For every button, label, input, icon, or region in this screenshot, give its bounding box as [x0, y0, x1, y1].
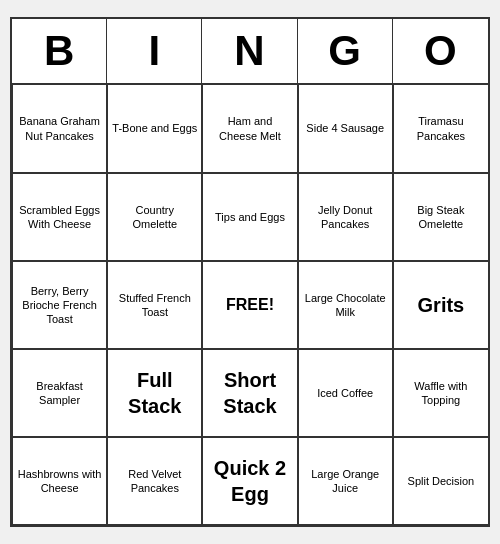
bingo-cell-9: Big Steak Omelette	[393, 173, 488, 261]
bingo-cell-4: Tiramasu Pancakes	[393, 85, 488, 173]
bingo-cell-16: Full Stack	[107, 349, 202, 437]
bingo-cell-10: Berry, Berry Brioche French Toast	[12, 261, 107, 349]
bingo-letter-i: I	[107, 19, 202, 83]
bingo-cell-12: FREE!	[202, 261, 297, 349]
bingo-letter-g: G	[298, 19, 393, 83]
bingo-grid: Banana Graham Nut PancakesT-Bone and Egg…	[12, 85, 488, 525]
bingo-cell-1: T-Bone and Eggs	[107, 85, 202, 173]
bingo-cell-13: Large Chocolate Milk	[298, 261, 393, 349]
bingo-cell-11: Stuffed French Toast	[107, 261, 202, 349]
bingo-cell-15: Breakfast Sampler	[12, 349, 107, 437]
bingo-header: BINGO	[12, 19, 488, 85]
bingo-card: BINGO Banana Graham Nut PancakesT-Bone a…	[10, 17, 490, 527]
bingo-cell-20: Hashbrowns with Cheese	[12, 437, 107, 525]
bingo-cell-18: Iced Coffee	[298, 349, 393, 437]
bingo-cell-19: Waffle with Topping	[393, 349, 488, 437]
bingo-cell-23: Large Orange Juice	[298, 437, 393, 525]
bingo-cell-21: Red Velvet Pancakes	[107, 437, 202, 525]
bingo-cell-7: Tips and Eggs	[202, 173, 297, 261]
bingo-cell-0: Banana Graham Nut Pancakes	[12, 85, 107, 173]
bingo-letter-o: O	[393, 19, 488, 83]
bingo-cell-22: Quick 2 Egg	[202, 437, 297, 525]
bingo-letter-n: N	[202, 19, 297, 83]
bingo-cell-24: Split Decision	[393, 437, 488, 525]
bingo-cell-8: Jelly Donut Pancakes	[298, 173, 393, 261]
bingo-cell-14: Grits	[393, 261, 488, 349]
bingo-letter-b: B	[12, 19, 107, 83]
bingo-cell-2: Ham and Cheese Melt	[202, 85, 297, 173]
bingo-cell-17: Short Stack	[202, 349, 297, 437]
bingo-cell-3: Side 4 Sausage	[298, 85, 393, 173]
bingo-cell-6: Country Omelette	[107, 173, 202, 261]
bingo-cell-5: Scrambled Eggs With Cheese	[12, 173, 107, 261]
